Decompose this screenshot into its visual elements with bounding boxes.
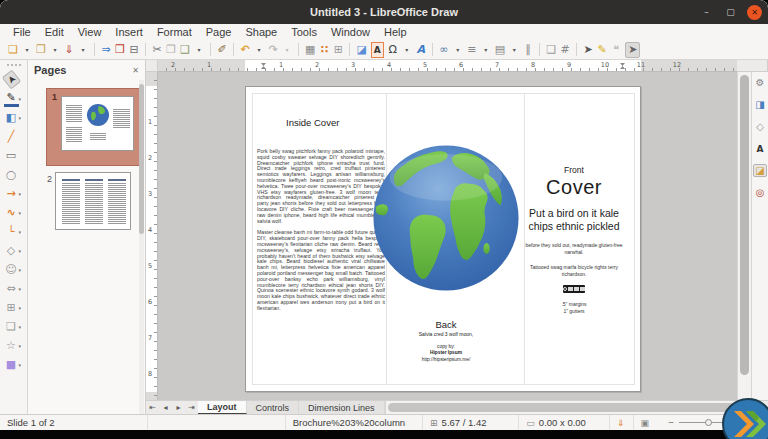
tool-dropdown-caret[interactable]: ▾ [19,343,24,349]
toolbar-separator[interactable] [145,43,146,56]
menu-tools[interactable]: Tools [284,26,324,38]
print-icon[interactable]: ⊟ [129,42,139,58]
layer-next-button[interactable]: ▸ [172,401,185,414]
maximize-button[interactable]: ▢ [723,5,738,20]
navigator-deck-icon[interactable]: ◎ [753,186,767,199]
template-name[interactable]: Brochure%203%20column [285,415,422,430]
export-icon[interactable]: ⇒ [101,42,111,58]
toolbar-separator[interactable] [210,43,211,56]
cursor-position[interactable]: ⊞ 5.67 / 1.42 [422,415,518,430]
helplines-icon[interactable]: ⊞ [333,42,343,58]
snap-to-grid-icon[interactable]: ∷ [319,42,329,58]
tool-dropdown-caret[interactable]: ▾ [19,191,24,197]
horizontal-ruler[interactable]: 21123456789101112 [158,60,737,72]
paste-icon[interactable]: ❑ [180,42,190,58]
new-dropdown-caret[interactable]: ▾ [22,42,32,58]
menu-shape[interactable]: Shape [238,26,284,38]
tab-controls[interactable]: Controls [247,401,300,414]
insert-image-icon[interactable]: ◪ [356,42,366,58]
zoom-slider-thumb[interactable] [705,419,712,426]
menu-window[interactable]: Window [324,26,377,38]
undo-icon[interactable]: ↶ [240,42,250,58]
fontwork-icon[interactable]: A [416,42,426,58]
special-character-icon[interactable]: Ω [388,42,398,58]
body-text-column[interactable]: Pork belly swag pitchfork fanny pack pol… [257,149,385,312]
tool-dropdown-caret[interactable]: ▾ [19,267,24,273]
menu-insert[interactable]: Insert [108,26,150,38]
copy-icon[interactable]: ❐ [166,42,176,58]
inside-cover-heading[interactable]: Inside Cover [286,117,339,128]
3d-objects-tool[interactable]: ■ ▾ [4,355,24,374]
special-character-caret[interactable]: ▾ [402,42,412,58]
open-icon[interactable]: ❒ [36,42,46,58]
edit-points-icon[interactable]: ➤ [583,42,593,58]
insert-textbox-icon[interactable]: A [371,42,384,58]
redo-dropdown-caret[interactable]: ▾ [282,42,292,58]
block-arrows-tool[interactable]: ⇔ ▾ [4,279,24,298]
select-tool[interactable]: ➤ [4,70,24,89]
tool-dropdown-caret[interactable]: ▾ [19,305,24,311]
layer-first-button[interactable]: ⇤ [146,401,159,414]
distribution-icon[interactable]: ∥ [523,42,533,58]
shapes-deck-icon[interactable]: ◇ [753,120,767,133]
earth-globe-image[interactable] [368,140,524,296]
layer-last-button[interactable]: ⇥ [185,401,198,414]
drawing-canvas[interactable]: Inside Cover Pork belly swag pitchfork f… [158,72,737,400]
toolbar-separator[interactable] [94,43,95,56]
paste-dropdown-caret[interactable]: ▾ [194,42,204,58]
menu-format[interactable]: Format [150,26,199,38]
crop-icon[interactable]: # [560,42,570,58]
arrange-caret[interactable]: ▾ [509,42,519,58]
flowchart-tool[interactable]: ⊞ ▾ [4,298,24,317]
toolbar-separator[interactable] [539,43,540,56]
tool-dropdown-caret[interactable]: ▾ [19,115,24,121]
gallery-deck-icon[interactable]: ◪ [753,164,767,177]
selection-size[interactable]: ▭ 0.00 x 0.00 [518,415,608,430]
vertical-scrollbar[interactable] [737,72,751,400]
display-grid-icon[interactable]: ▦ [305,42,315,58]
toolbar-separator[interactable] [576,43,577,56]
shadow-icon[interactable]: ❑ [546,42,556,58]
tool-dropdown-caret[interactable]: ▾ [19,286,24,292]
tool-dropdown-caret[interactable]: ▾ [19,248,24,254]
align-caret[interactable]: ▾ [481,42,491,58]
undo-dropdown-caret[interactable]: ▾ [254,42,264,58]
symbol-shapes-tool[interactable]: ☺ ▾ [4,260,24,279]
menu-edit[interactable]: Edit [38,26,71,38]
toolbar-separator[interactable] [233,43,234,56]
show-comments-icon[interactable]: ❝ [611,42,621,58]
basic-shapes-tool[interactable]: ◇ ▾ [4,241,24,260]
slide-indicator[interactable]: Slide 1 of 2 [0,415,147,430]
tab-dimension-lines[interactable]: Dimension Lines [299,401,385,414]
open-dropdown-caret[interactable]: ▾ [50,42,60,58]
screen-share-overlay-logo[interactable] [722,398,768,439]
lines-arrows-tool[interactable]: → ▾ [4,184,24,203]
tool-dropdown-caret[interactable]: ▾ [19,96,24,102]
tool-dropdown-caret[interactable]: ▾ [19,210,24,216]
document-page[interactable]: Inside Cover Pork belly swag pitchfork f… [245,86,641,392]
vertical-ruler[interactable]: 12345678 [146,72,158,400]
minimize-button[interactable]: – [699,5,714,20]
save-dropdown-caret[interactable]: ▾ [78,42,88,58]
save-icon[interactable]: ⇓ [64,42,74,58]
export-pdf-icon[interactable]: ❒ [115,42,125,58]
sidebar-settings-icon[interactable]: ⚙ [753,76,767,89]
pages-panel-scrollbar[interactable] [139,80,144,414]
zoom-out-button[interactable]: − [668,417,674,428]
layer-prev-button[interactable]: ◂ [159,401,172,414]
save-status[interactable]: ▣ [633,415,661,430]
tool-dropdown-caret[interactable]: ▾ [19,362,24,368]
cut-icon[interactable]: ✂ [152,42,162,58]
redo-icon[interactable]: ↷ [268,42,278,58]
page-1-thumbnail[interactable]: 1 [46,88,140,166]
tool-dropdown-caret[interactable]: ▾ [19,229,24,235]
modified-indicator[interactable]: ⇓ [609,415,633,430]
vertical-scrollbar-thumb[interactable] [740,75,749,375]
tab-layout[interactable]: Layout [198,401,247,414]
menu-page[interactable]: Page [199,26,239,38]
properties-deck-icon[interactable]: ◨ [753,98,767,111]
titlebar[interactable]: Untitled 3 - LibreOffice Draw – ▢ ✕ [0,0,768,24]
tool-dropdown-caret[interactable]: ▾ [19,324,24,330]
toolbar-separator[interactable] [349,43,350,56]
draw-functions-icon[interactable]: ➤ [625,42,640,58]
